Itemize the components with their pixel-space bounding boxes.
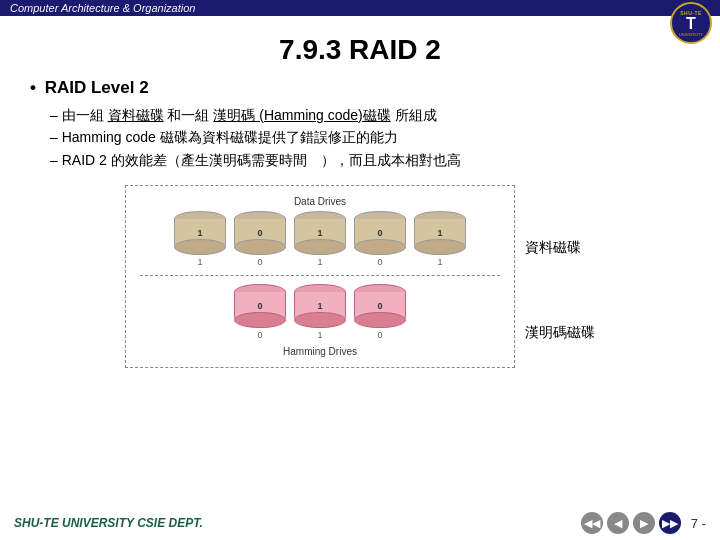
header-bar: Computer Architecture & Organization — [0, 0, 720, 16]
sub-item-2: Hamming code 磁碟為資料磁碟提供了錯誤修正的能力 — [50, 126, 700, 148]
data-drives-row: 1 1 0 0 — [140, 211, 500, 267]
sub-item-3: RAID 2 的效能差（產生漢明碼需要時間 ），而且成本相對也高 — [50, 149, 700, 171]
data-disk-4: 0 0 — [354, 211, 406, 267]
hamming-disk-3: 0 0 — [354, 284, 406, 340]
hamming-disk-1: 0 0 — [234, 284, 286, 340]
diagram-container: Data Drives 1 1 — [20, 185, 700, 375]
bullet-title: • RAID Level 2 — [30, 78, 700, 98]
hamming-label: 漢明碼磁碟 — [525, 324, 595, 342]
footer: SHU-TE UNIVERSITY CSIE DEPT. ◀◀ ◀ ▶ ▶▶ 7… — [0, 512, 720, 534]
diagram-box: Data Drives 1 1 — [125, 185, 515, 368]
hamming-drives-row: 0 0 1 1 — [140, 284, 500, 340]
main-content: 7.9.3 RAID 2 • RAID Level 2 由一組 資料磁碟 和一組… — [0, 16, 720, 385]
nav-prev-button[interactable]: ◀ — [607, 512, 629, 534]
data-label: 資料磁碟 — [525, 239, 595, 257]
page-title: 7.9.3 RAID 2 — [20, 34, 700, 66]
data-disk-2: 0 0 — [234, 211, 286, 267]
nav-next-button[interactable]: ▶ — [633, 512, 655, 534]
header-title: Computer Architecture & Organization — [10, 2, 195, 14]
bullet-icon: • — [30, 78, 36, 97]
page-number: 7 - — [691, 516, 706, 531]
hamming-disk-2: 1 1 — [294, 284, 346, 340]
nav-last-button[interactable]: ▶▶ — [659, 512, 681, 534]
nav-buttons: ◀◀ ◀ ▶ ▶▶ 7 - — [581, 512, 706, 534]
hamming-drives-label: Hamming Drives — [140, 346, 500, 357]
bullet-section: • RAID Level 2 由一組 資料磁碟 和一組 漢明碼 (Hamming… — [30, 78, 700, 171]
section-divider — [140, 275, 500, 276]
diagram-labels-right: 資料磁碟 漢明碼磁碟 — [525, 185, 595, 375]
sub-item-1: 由一組 資料磁碟 和一組 漢明碼 (Hamming code)磁碟 所組成 — [50, 104, 700, 126]
data-drives-label: Data Drives — [140, 196, 500, 207]
sub-items-list: 由一組 資料磁碟 和一組 漢明碼 (Hamming code)磁碟 所組成 Ha… — [50, 104, 700, 171]
nav-first-button[interactable]: ◀◀ — [581, 512, 603, 534]
data-disk-1: 1 1 — [174, 211, 226, 267]
data-disk-5: 1 1 — [414, 211, 466, 267]
data-disk-3: 1 1 — [294, 211, 346, 267]
footer-university: SHU-TE UNIVERSITY CSIE DEPT. — [14, 516, 203, 530]
